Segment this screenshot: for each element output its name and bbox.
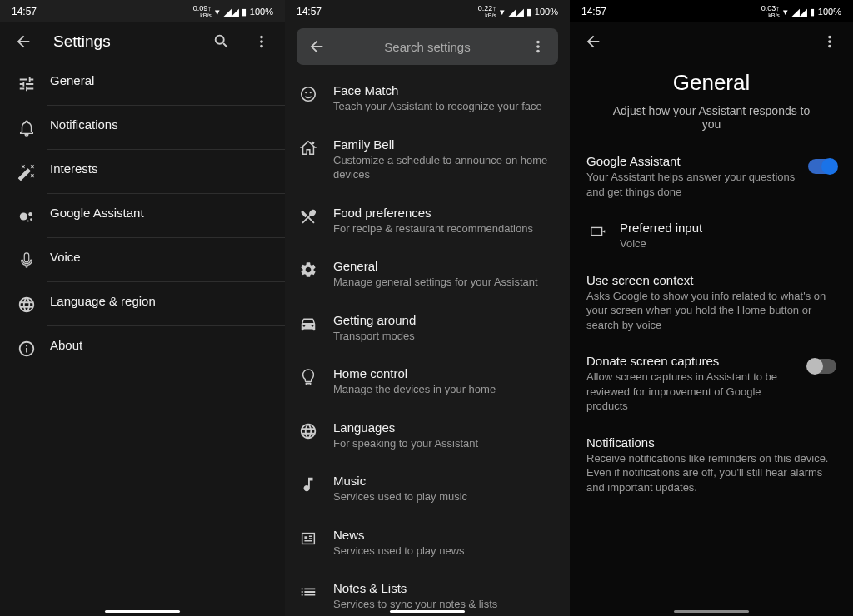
svg-point-1 (28, 212, 32, 216)
nav-bar (570, 608, 853, 616)
list-item-label: About (50, 338, 270, 352)
info-icon (15, 340, 38, 358)
setting-notifications[interactable]: Notifications Receive notifications like… (570, 425, 853, 507)
bell-icon (15, 119, 38, 137)
back-button[interactable] (583, 32, 603, 52)
item-sub: For speaking to your Assistant (333, 436, 555, 451)
mic-icon (15, 251, 38, 270)
setting-sub: Receive notifications like reminders on … (586, 451, 836, 495)
list-item-label: Voice (50, 250, 270, 264)
item-title: Music (333, 474, 555, 488)
assistant-icon (15, 207, 38, 226)
list-item-home-control[interactable]: Home controlManage the devices in your h… (285, 355, 570, 409)
bulb-icon (297, 368, 320, 386)
home-indicator[interactable] (674, 610, 749, 613)
list-item-about[interactable]: About (0, 326, 285, 370)
list-item-food[interactable]: Food preferencesFor recipe & restaurant … (285, 194, 570, 248)
list-item-label: Google Assistant (50, 206, 270, 220)
list-item-languages[interactable]: LanguagesFor speaking to your Assistant (285, 409, 570, 463)
list-item-google-assistant[interactable]: Google Assistant (0, 194, 285, 237)
status-bar: 14:57 0.09↑kB/s ▾ ◢◢ ▮ 100% (0, 0, 285, 22)
list-item-getting-around[interactable]: Getting aroundTransport modes (285, 301, 570, 355)
signal-icons: ◢◢ (508, 6, 523, 18)
signal-icons: ◢◢ (223, 6, 238, 18)
setting-sub: Your Assistant helps answer your questio… (586, 170, 800, 199)
setting-sub: Voice (620, 236, 836, 251)
item-sub: Transport modes (333, 329, 555, 344)
item-sub: Teach your Assistant to recognize your f… (333, 99, 555, 114)
network-speed: 0.03↑kB/s (761, 5, 780, 18)
search-bar[interactable]: Search settings (297, 28, 558, 65)
status-right: 0.03↑kB/s ▾ ◢◢ ▮ 100% (761, 5, 841, 18)
battery-icon: ▮ (526, 7, 531, 17)
list-item-notifications[interactable]: Notifications (0, 106, 285, 149)
setting-donate-captures[interactable]: Donate screen captures Allow screen capt… (570, 344, 853, 425)
home-indicator[interactable] (105, 610, 180, 613)
clock: 14:57 (581, 6, 606, 17)
list-item-music[interactable]: MusicServices used to play music (285, 462, 570, 516)
settings-list: Google Assistant Your Assistant helps an… (570, 144, 853, 616)
list-item-label: Language & region (50, 294, 270, 308)
tune-icon (15, 75, 38, 93)
item-title: Languages (333, 420, 555, 435)
network-speed: 0.22↑kB/s (478, 5, 496, 18)
list-item-general[interactable]: General (0, 62, 285, 105)
battery-icon: ▮ (242, 7, 247, 17)
overflow-menu-button[interactable] (820, 32, 840, 52)
toggle-donate-captures[interactable] (808, 359, 836, 374)
svg-rect-9 (304, 536, 307, 539)
item-sub: Services used to play news (333, 544, 555, 559)
news-icon (297, 529, 320, 548)
search-button[interactable] (212, 32, 232, 52)
item-sub: For recipe & restaurant recommendations (333, 221, 555, 236)
settings-list: Face MatchTeach your Assistant to recogn… (285, 72, 570, 616)
item-title: Notes & Lists (333, 581, 555, 595)
nav-bar (0, 608, 285, 616)
svg-point-6 (310, 92, 312, 93)
wifi-icon: ▾ (500, 7, 505, 17)
list-item-news[interactable]: NewsServices used to play news (285, 516, 570, 570)
setting-screen-context[interactable]: Use screen context Asks Google to show y… (570, 263, 853, 345)
car-icon (297, 315, 320, 333)
item-title: Home control (333, 366, 555, 380)
battery-pct: 100% (818, 7, 841, 17)
svg-point-4 (302, 87, 316, 102)
overflow-menu-button[interactable] (252, 32, 272, 52)
globe-icon (15, 296, 38, 314)
overflow-menu-button[interactable] (528, 37, 548, 57)
list-item-language-region[interactable]: Language & region (0, 282, 285, 325)
list-item-voice[interactable]: Voice (0, 238, 285, 281)
item-title: Getting around (333, 313, 555, 327)
setting-title: Donate screen captures (586, 354, 800, 368)
nav-bar (285, 608, 570, 616)
signal-icons: ◢◢ (791, 6, 806, 18)
setting-google-assistant[interactable]: Google Assistant Your Assistant helps an… (570, 144, 853, 211)
setting-preferred-input[interactable]: Preferred input Voice (570, 211, 853, 263)
battery-icon: ▮ (810, 7, 815, 17)
settings-panel: 14:57 0.09↑kB/s ▾ ◢◢ ▮ 100% Settings Gen… (0, 0, 285, 616)
assistant-settings-panel: 14:57 0.22↑kB/s ▾ ◢◢ ▮ 100% Search setti… (285, 0, 570, 616)
page-title: General (570, 70, 853, 96)
list-item-family-bell[interactable]: Family BellCustomize a schedule to annou… (285, 126, 570, 194)
face-icon (297, 85, 320, 103)
status-bar: 14:57 0.03↑kB/s ▾ ◢◢ ▮ 100% (570, 0, 853, 22)
toggle-google-assistant[interactable] (808, 159, 836, 174)
list-item-general[interactable]: GeneralManage general settings for your … (285, 247, 570, 301)
page-title: Settings (53, 32, 192, 51)
home-indicator[interactable] (390, 610, 465, 613)
settings-list: General Notifications Interests Google A… (0, 62, 285, 616)
list-item-interests[interactable]: Interests (0, 150, 285, 193)
search-placeholder: Search settings (340, 40, 515, 54)
item-title: Face Match (333, 83, 555, 97)
item-title: General (333, 259, 555, 273)
status-right: 0.22↑kB/s ▾ ◢◢ ▮ 100% (478, 5, 558, 18)
back-button[interactable] (13, 32, 33, 52)
clock: 14:57 (297, 6, 322, 17)
gear-icon (297, 261, 320, 279)
app-bar: Settings (0, 22, 285, 62)
item-sub: Manage the devices in your home (333, 382, 555, 397)
music-icon (297, 475, 320, 494)
back-button[interactable] (307, 37, 327, 57)
list-item-face-match[interactable]: Face MatchTeach your Assistant to recogn… (285, 72, 570, 126)
home-icon (297, 139, 320, 157)
